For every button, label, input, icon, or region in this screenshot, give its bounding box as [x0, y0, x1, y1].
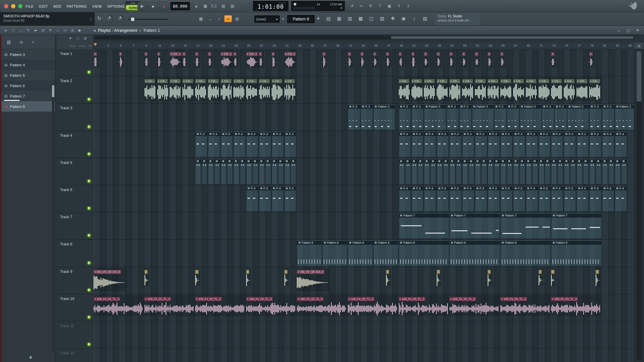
playlist-button[interactable]: ▤	[325, 15, 332, 22]
picker-scrollbar-track[interactable]	[52, 84, 54, 352]
audio-clip-cs[interactable]: ▸CS-..	[170, 77, 182, 101]
clip-header[interactable]: ▤P..6	[539, 186, 550, 190]
clip-header[interactable]: ▸CS-..	[170, 79, 180, 83]
audio-clip[interactable]: ▸	[488, 50, 493, 68]
pattern-clip-p-3[interactable]: ▤P..3	[542, 104, 554, 130]
clip-header[interactable]: ▤Pattern 3	[424, 105, 445, 109]
audio-clip[interactable]: ▸	[399, 50, 404, 68]
audio-clip-cs[interactable]: ▸CS-..	[145, 77, 157, 101]
pattern-clip-pattern-8[interactable]: ▤Pattern 8	[551, 240, 602, 266]
pattern-clip[interactable]: ▤	[507, 159, 513, 184]
clip-header[interactable]: ▸OS_VV_SF..0.0_3	[94, 270, 121, 274]
track-header-4[interactable]: Track 4	[57, 131, 94, 158]
clip-header[interactable]: ▤P..6	[564, 186, 576, 190]
audio-clip-100-fx-03-tl-3[interactable]: ▸100_Fx_03_TL_3	[246, 295, 297, 316]
horizontal-scrollbar-thumb[interactable]	[391, 36, 633, 39]
clip-header[interactable]: ▤P..6	[247, 186, 258, 190]
pattern-clip-p-4[interactable]: ▤P..4	[399, 132, 411, 157]
clip-header[interactable]: ▤P..3	[361, 105, 373, 109]
clip-header[interactable]: ▤P..6	[514, 186, 525, 190]
pattern-clip-p-4[interactable]: ▤P..4	[412, 132, 424, 157]
horizontal-scrollbar[interactable]	[95, 36, 634, 40]
audio-clip-cs-r[interactable]: ▸CS-..r	[284, 50, 297, 68]
clip-header[interactable]: ▤P..6	[463, 186, 474, 190]
time-display[interactable]: B:S:T 1:01:00	[253, 1, 288, 11]
clip-header[interactable]: ▤P..4	[551, 132, 563, 136]
pattern-item-pattern-7[interactable]: ▤Pattern 7	[1, 91, 55, 101]
audio-clip-cs[interactable]: ▸CS-..	[259, 77, 271, 101]
clip-header[interactable]: ▸CS-..	[272, 79, 282, 83]
clip-header[interactable]: ▤	[463, 159, 468, 163]
audio-clip[interactable]: ▸	[322, 50, 328, 68]
pattern-clip[interactable]: ▤	[481, 159, 487, 184]
clip-header[interactable]: ▸	[475, 52, 478, 56]
delete-tool-icon[interactable]: ⊘	[40, 27, 46, 34]
clip-header[interactable]: ▸100_Fx_03_TL_3	[195, 297, 222, 301]
clip-header[interactable]: ▤	[272, 159, 277, 163]
pattern-clip-p-6[interactable]: ▤P..6	[500, 186, 513, 212]
pattern-clip[interactable]: ▤	[526, 159, 532, 184]
pattern-clip[interactable]: ▤	[475, 159, 481, 184]
audio-clip[interactable]: ▸	[386, 268, 391, 286]
clip-header[interactable]: ▸	[272, 52, 275, 56]
menu-file[interactable]: FILE	[25, 4, 34, 8]
clip-header[interactable]: ▸CS-..	[399, 79, 410, 83]
clip-header[interactable]: ▤	[456, 159, 461, 163]
clip-header[interactable]: ▤P..3	[348, 105, 360, 109]
clip-header[interactable]: ▸	[386, 270, 389, 274]
pattern-clip[interactable]: ▤	[208, 159, 214, 184]
pattern-clip[interactable]: ▤	[596, 159, 601, 184]
minimize-button[interactable]: –	[616, 27, 621, 34]
pattern-clip-p-4[interactable]: ▤P..4	[449, 132, 462, 157]
pattern-clip-p-6[interactable]: ▤P..6	[259, 186, 271, 212]
clip-header[interactable]: ▤	[615, 159, 620, 163]
clip-header[interactable]: ▤	[437, 159, 442, 163]
clip-header[interactable]: ▤	[227, 159, 232, 163]
track-header-10[interactable]: Track 10	[57, 294, 94, 321]
clip-header[interactable]: ▤P..3	[507, 105, 519, 109]
audio-clip[interactable]: ▸	[94, 50, 99, 68]
clip-header[interactable]: ▤	[583, 159, 588, 163]
pattern-clip[interactable]: ▤	[405, 159, 411, 184]
clip-header[interactable]: ▤	[488, 159, 493, 163]
clip-header[interactable]: ▤	[558, 159, 563, 163]
clip-header[interactable]: ▤Pattern 7	[551, 214, 601, 218]
clip-header[interactable]: ▸	[195, 52, 199, 56]
clip-header[interactable]: ▸	[589, 52, 593, 56]
loop-record-icon[interactable]: ▧	[220, 3, 227, 9]
clip-header[interactable]: ▤	[596, 159, 601, 163]
zoom-slider[interactable]	[128, 19, 168, 20]
pattern-clip[interactable]: ▤	[253, 159, 258, 184]
pattern-clip[interactable]: ▤	[227, 159, 233, 184]
pattern-clip[interactable]: ▤	[195, 159, 201, 184]
pattern-clip-p-4[interactable]: ▤P..4	[615, 132, 627, 157]
add-pattern-button[interactable]: ✚	[317, 16, 320, 21]
clip-header[interactable]: ▸CS-..	[539, 79, 549, 83]
pattern-clip-p-4[interactable]: ▤P..4	[437, 132, 449, 157]
clip-header[interactable]: ▤Pattern 8	[323, 241, 347, 245]
pattern-clip-p-6[interactable]: ▤P..6	[284, 186, 297, 212]
clip-header[interactable]: ▤Pattern 7	[450, 214, 500, 218]
clip-header[interactable]: ▸CS-..r	[246, 52, 258, 56]
clip-header[interactable]: ▸100_Fx_03_TL_3	[145, 297, 171, 301]
clip-header[interactable]: ▤Pattern 3	[520, 105, 541, 109]
clip-header[interactable]: ▤P..4	[412, 132, 423, 136]
browser-button[interactable]: ◫	[368, 15, 375, 22]
clip-header[interactable]: ▸CS-..r	[284, 52, 296, 56]
pattern-clip-p-6[interactable]: ▤P..6	[449, 186, 462, 212]
pattern-clip-p-4[interactable]: ▤P..4	[233, 132, 246, 157]
clip-header[interactable]: ▤	[545, 159, 550, 163]
audio-tab-icon[interactable]: ılı	[19, 39, 23, 45]
pattern-clip-p-4[interactable]: ▤P..4	[272, 132, 284, 157]
pattern-clip[interactable]: ▤	[602, 159, 608, 184]
audio-clip[interactable]: ▸	[195, 50, 201, 68]
track-led[interactable]	[88, 153, 91, 156]
clip-header[interactable]: ▸CS-..	[182, 79, 193, 83]
clip-header[interactable]: ▤P..4	[424, 132, 436, 136]
vertical-scrollbar-thumb[interactable]	[637, 51, 641, 102]
slip-tool-icon[interactable]: ↔	[54, 27, 61, 34]
clip-header[interactable]: ▤	[533, 159, 538, 163]
pattern-clip-p-4[interactable]: ▤P..4	[589, 132, 601, 157]
pattern-clip[interactable]: ▤	[488, 159, 493, 184]
clip-header[interactable]: ▤	[285, 159, 290, 163]
